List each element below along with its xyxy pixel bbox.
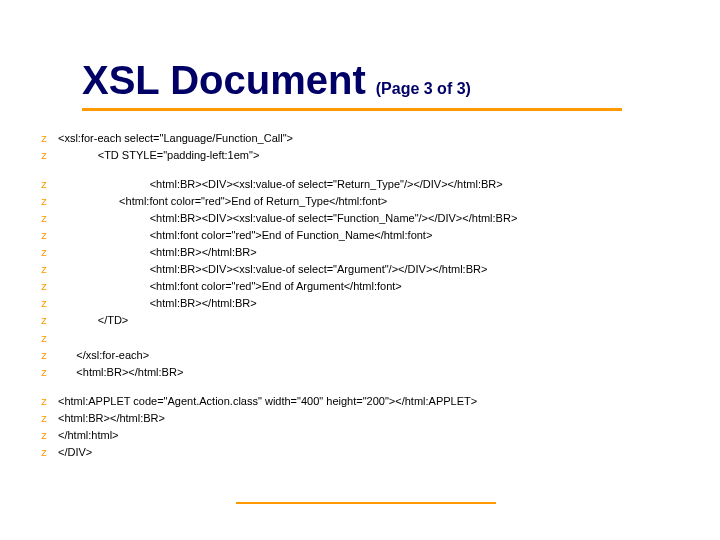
code-line: z</html:html> [30,427,517,444]
page-title: XSL Document [82,58,366,103]
bullet-icon: z [30,210,58,227]
code-line: z<html:BR></html:BR> [30,410,517,427]
code-text: <html:BR></html:BR> [58,295,257,312]
code-line: z<html:APPLET code="Agent.Action.class" … [30,393,517,410]
bullet-icon: z [30,312,58,329]
code-line: z [30,330,517,347]
code-text: <html:font color="red">End of Argument</… [58,278,402,295]
bullet-icon: z [30,278,58,295]
bullet-icon: z [30,147,58,164]
bullet-icon: z [30,261,58,278]
code-text: </html:html> [58,427,119,444]
bullet-icon: z [30,364,58,381]
bullet-icon: z [30,193,58,210]
code-text: </DIV> [58,444,92,461]
code-line: z <html:BR><DIV><xsl:value-of select="Re… [30,176,517,193]
code-line: z <html:BR></html:BR> [30,364,517,381]
code-text: <html:BR></html:BR> [58,364,183,381]
bullet-icon: z [30,176,58,193]
code-text: </xsl:for-each> [58,347,149,364]
code-line: z </TD> [30,312,517,329]
code-text: <xsl:for-each select="Language/Function_… [58,130,293,147]
code-line: z <html:BR></html:BR> [30,295,517,312]
code-text: <html:font color="red">End of Return_Typ… [58,193,387,210]
code-line: z <html:BR></html:BR> [30,244,517,261]
bullet-icon: z [30,295,58,312]
bullet-icon: z [30,227,58,244]
bullet-icon: z [30,393,58,410]
code-text: <html:BR><DIV><xsl:value-of select="Retu… [58,176,503,193]
code-text: <html:BR></html:BR> [58,244,257,261]
code-line: z <html:font color="red">End of Function… [30,227,517,244]
code-text: <html:BR></html:BR> [58,410,165,427]
code-text: </TD> [58,312,128,329]
bullet-icon: z [30,244,58,261]
title-underline [82,108,622,111]
bullet-icon: z [30,444,58,461]
code-text: <TD STYLE="padding-left:1em"> [58,147,259,164]
code-text: <html:font color="red">End of Function_N… [58,227,432,244]
footer-line [236,502,496,504]
bullet-icon: z [30,427,58,444]
code-text: <html:APPLET code="Agent.Action.class" w… [58,393,477,410]
code-line: z</DIV> [30,444,517,461]
code-line: z <html:font color="red">End of Return_T… [30,193,517,210]
bullet-icon: z [30,330,58,347]
code-text [58,330,61,347]
code-line: z <TD STYLE="padding-left:1em"> [30,147,517,164]
code-line: z<xsl:for-each select="Language/Function… [30,130,517,147]
bullet-icon: z [30,410,58,427]
code-line: z <html:BR><DIV><xsl:value-of select="Fu… [30,210,517,227]
code-text: <html:BR><DIV><xsl:value-of select="Func… [58,210,517,227]
code-line: z <html:BR><DIV><xsl:value-of select="Ar… [30,261,517,278]
code-line: z <html:font color="red">End of Argument… [30,278,517,295]
code-line: z </xsl:for-each> [30,347,517,364]
bullet-icon: z [30,130,58,147]
page-indicator: (Page 3 of 3) [376,80,471,98]
bullet-icon: z [30,347,58,364]
code-text: <html:BR><DIV><xsl:value-of select="Argu… [58,261,487,278]
code-listing: z<xsl:for-each select="Language/Function… [30,130,517,461]
